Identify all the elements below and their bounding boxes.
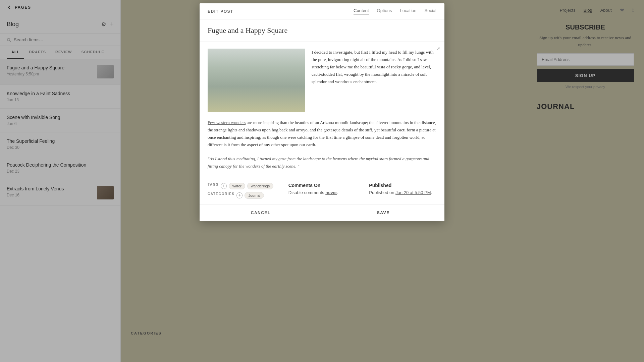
comments-on-label: Comments On [288,183,356,188]
published-date-link[interactable]: Jan 20 at 5:50 PM [395,190,431,195]
modal-body: I decided to investigate, but first I li… [200,42,444,177]
modal-overlay: EDIT POST Content Options Location Socia… [0,0,644,362]
tags-label: TAGS [208,183,219,186]
comments-status: Disable comments never. [288,190,356,195]
article-link[interactable]: Few western wonders [208,120,246,125]
tab-social[interactable]: Social [425,8,436,14]
save-button[interactable]: SAVE [322,204,445,221]
expand-icon[interactable]: ⤢ [436,46,440,52]
article-text-side: I decided to investigate, but first I li… [312,49,436,112]
modal-actions: CANCEL SAVE [200,204,444,221]
comments-col: Comments On Disable comments never. [288,183,356,199]
tags-row: TAGS + water wanderings [208,183,275,189]
modal-content-area: ⤢ I decided to investigate, but first I … [200,42,444,177]
article-text-right: I decided to investigate, but first I li… [312,50,434,84]
article-quote: "As I stood thus meditating, I turned my… [208,155,436,170]
tags-categories-col: TAGS + water wanderings CATEGORIES + Jou… [208,183,275,199]
modal-footer-data: TAGS + water wanderings CATEGORIES + Jou… [200,177,444,204]
add-tag-button[interactable]: + [221,183,227,189]
published-col: Published Published on Jan 20 at 5:50 PM… [369,183,436,199]
cancel-button[interactable]: CANCEL [200,204,322,221]
category-journal[interactable]: Journal [245,192,264,199]
edit-post-modal: EDIT POST Content Options Location Socia… [200,3,444,221]
tab-location[interactable]: Location [400,8,416,14]
post-title-input[interactable] [208,26,436,35]
article-main-text: Few western wonders are more inspiring t… [208,119,436,148]
tab-options[interactable]: Options [377,8,392,14]
tab-content[interactable]: Content [354,8,369,14]
add-category-button[interactable]: + [236,192,243,198]
tag-water[interactable]: water [229,183,245,189]
article-image [208,49,305,112]
categories-label: CATEGORIES [208,192,234,196]
comments-link[interactable]: never [325,190,337,195]
modal-tabs: Content Options Location Social [354,8,436,14]
tag-wanderings[interactable]: wanderings [247,183,273,189]
modal-title: EDIT POST [208,9,233,14]
published-label: Published [369,183,436,188]
categories-row: CATEGORIES + Journal [208,192,275,199]
published-text: Published on Jan 20 at 5:50 PM. [369,190,436,195]
content-with-image: I decided to investigate, but first I li… [208,49,436,112]
modal-header: EDIT POST Content Options Location Socia… [200,3,444,19]
post-title-area [200,19,444,42]
